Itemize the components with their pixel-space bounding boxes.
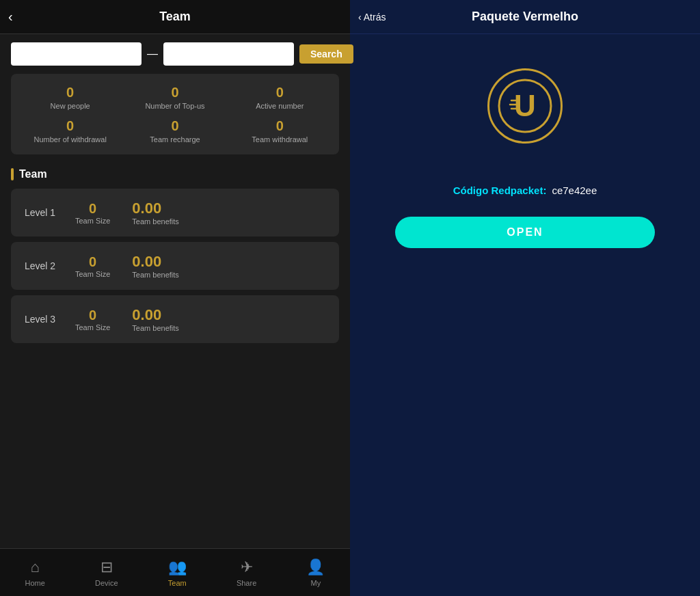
stat-top-us-label: Number of Top-us bbox=[145, 102, 204, 110]
nav-my-label: My bbox=[311, 579, 321, 587]
logo-area: U bbox=[487, 68, 563, 144]
redpacket-code: ce7e42ee bbox=[552, 185, 597, 196]
level-1-size-label: Team Size bbox=[75, 217, 110, 225]
level-1-size: 0 Team Size bbox=[75, 201, 110, 225]
team-bar-accent bbox=[11, 168, 14, 180]
level-2-size: 0 Team Size bbox=[75, 254, 110, 278]
nav-my[interactable]: 👤 My bbox=[306, 558, 325, 587]
stat-active-label: Active number bbox=[256, 102, 304, 110]
level-1-size-value: 0 bbox=[89, 201, 96, 217]
left-header: ‹ Team bbox=[0, 0, 350, 34]
my-icon: 👤 bbox=[306, 558, 325, 576]
level-3-benefits: 0.00 Team benefits bbox=[132, 306, 178, 332]
nav-team[interactable]: 👥 Team bbox=[168, 558, 187, 587]
team-section-title: Team bbox=[19, 168, 47, 180]
nav-team-label: Team bbox=[168, 579, 187, 587]
level-1-name: Level 1 bbox=[25, 207, 59, 218]
left-title: Team bbox=[159, 10, 191, 24]
stat-team-withdrawal-label: Team withdrawal bbox=[252, 135, 308, 144]
logo-svg: U bbox=[498, 79, 552, 133]
stat-top-us-value: 0 bbox=[171, 85, 178, 100]
stat-recharge-value: 0 bbox=[171, 118, 178, 134]
level-2-name: Level 2 bbox=[25, 260, 59, 271]
team-section-header: Team bbox=[0, 163, 350, 189]
stat-team-withdrawal-value: 0 bbox=[276, 118, 284, 134]
logo-circle: U bbox=[487, 68, 563, 144]
level-2-size-label: Team Size bbox=[75, 270, 110, 278]
left-panel: ‹ Team — Search 0 New people 0 Number of… bbox=[0, 0, 350, 596]
level-3-size: 0 Team Size bbox=[75, 308, 110, 331]
right-back-button[interactable]: ‹ Atrás bbox=[358, 12, 386, 23]
open-button[interactable]: OPEN bbox=[395, 217, 655, 248]
stat-new-people: 0 New people bbox=[22, 85, 118, 110]
level-3-size-value: 0 bbox=[89, 308, 96, 323]
stat-recharge: 0 Team recharge bbox=[126, 118, 223, 144]
search-input-end[interactable] bbox=[163, 42, 294, 66]
nav-share-label: Share bbox=[237, 579, 256, 587]
stat-withdrawal-label: Number of withdrawal bbox=[33, 135, 106, 144]
logo-inner: U bbox=[494, 75, 556, 137]
level-2-card: Level 2 0 Team Size 0.00 Team benefits bbox=[11, 242, 339, 290]
bottom-nav: ⌂ Home ⊟ Device 👥 Team ✈ Share 👤 My bbox=[0, 548, 350, 596]
right-title: Paquete Vermelho bbox=[472, 10, 578, 24]
stat-team-withdrawal: 0 Team withdrawal bbox=[232, 118, 328, 144]
redpacket-info: Código Redpacket: ce7e42ee bbox=[453, 185, 597, 196]
level-2-size-value: 0 bbox=[89, 254, 96, 270]
stat-new-people-label: New people bbox=[51, 102, 90, 110]
nav-home-label: Home bbox=[25, 579, 45, 587]
share-icon: ✈ bbox=[241, 558, 253, 576]
right-header: ‹ Atrás Paquete Vermelho bbox=[350, 0, 700, 34]
search-input-start[interactable] bbox=[11, 42, 142, 66]
stat-new-people-value: 0 bbox=[66, 85, 74, 100]
levels-container: Level 1 0 Team Size 0.00 Team benefits L… bbox=[11, 189, 339, 343]
level-2-benefits: 0.00 Team benefits bbox=[132, 253, 178, 279]
stat-recharge-label: Team recharge bbox=[150, 135, 200, 144]
level-1-card: Level 1 0 Team Size 0.00 Team benefits bbox=[11, 189, 339, 236]
stat-withdrawal-value: 0 bbox=[66, 118, 74, 134]
nav-share[interactable]: ✈ Share bbox=[237, 558, 256, 587]
left-back-button[interactable]: ‹ bbox=[8, 9, 13, 25]
right-panel: ‹ Atrás Paquete Vermelho U Código Redpac… bbox=[350, 0, 700, 596]
level-3-benefits-value: 0.00 bbox=[132, 306, 178, 324]
level-3-card: Level 3 0 Team Size 0.00 Team benefits bbox=[11, 295, 339, 343]
stat-top-us: 0 Number of Top-us bbox=[126, 85, 223, 110]
stats-card: 0 New people 0 Number of Top-us 0 Active… bbox=[11, 74, 339, 154]
stat-active-number: 0 Active number bbox=[232, 85, 328, 110]
home-icon: ⌂ bbox=[31, 558, 40, 576]
level-3-name: Level 3 bbox=[25, 314, 59, 325]
nav-device-label: Device bbox=[95, 579, 118, 587]
level-1-benefits-label: Team benefits bbox=[132, 217, 178, 226]
nav-home[interactable]: ⌂ Home bbox=[25, 558, 45, 587]
level-2-benefits-label: Team benefits bbox=[132, 271, 178, 279]
search-button[interactable]: Search bbox=[299, 44, 353, 64]
device-icon: ⊟ bbox=[100, 558, 113, 576]
stat-withdrawal: 0 Number of withdrawal bbox=[22, 118, 118, 144]
redpacket-label: Código Redpacket: bbox=[453, 185, 547, 196]
nav-device[interactable]: ⊟ Device bbox=[95, 558, 118, 587]
level-3-benefits-label: Team benefits bbox=[132, 324, 178, 332]
search-dash: — bbox=[147, 48, 158, 60]
level-1-benefits: 0.00 Team benefits bbox=[132, 200, 178, 226]
search-bar: — Search bbox=[0, 34, 350, 74]
level-1-benefits-value: 0.00 bbox=[132, 200, 178, 217]
svg-text:U: U bbox=[514, 89, 536, 122]
level-2-benefits-value: 0.00 bbox=[132, 253, 178, 271]
level-3-size-label: Team Size bbox=[75, 323, 110, 331]
stat-active-value: 0 bbox=[276, 85, 284, 100]
team-icon: 👥 bbox=[168, 558, 187, 576]
